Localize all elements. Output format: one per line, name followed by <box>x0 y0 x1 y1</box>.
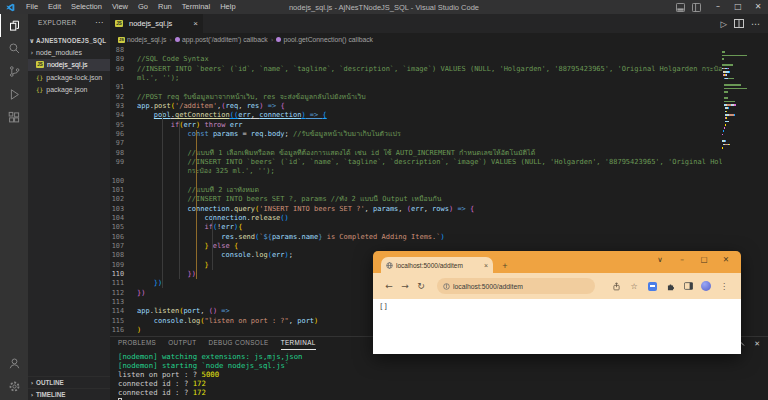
tab-close-icon[interactable]: × <box>193 19 198 28</box>
code-line[interactable]: 97 <box>110 139 722 148</box>
code-line[interactable]: 107 } else { <box>110 242 722 251</box>
window-minimize-button[interactable]: – <box>708 0 728 14</box>
accounts-icon[interactable] <box>0 352 28 375</box>
tree-item-label: node_modules <box>36 49 82 56</box>
profile-avatar[interactable] <box>697 281 715 291</box>
code-line[interactable]: 102 //INSERT INTO beers SET ?, params //… <box>110 195 722 204</box>
panel-tab-output[interactable]: OUTPUT <box>168 337 196 350</box>
back-button[interactable]: ← <box>381 281 397 291</box>
menu-terminal[interactable]: Terminal <box>177 0 215 14</box>
settings-gear-icon[interactable] <box>0 375 28 398</box>
source-control-icon[interactable] <box>0 60 28 83</box>
page-content: [] <box>373 299 741 354</box>
code-line[interactable]: 94 pool.getConnection((err, connection) … <box>110 111 722 120</box>
bookmark-star-icon[interactable]: ☆ <box>625 282 643 291</box>
chrome-close-button[interactable]: ✕ <box>715 255 737 264</box>
site-info-icon[interactable] <box>443 283 450 290</box>
explorer-header: EXPLORER <box>38 19 77 26</box>
menu-edit[interactable]: Edit <box>43 0 66 14</box>
code-line[interactable]: 93app.post('/additem',(req, res) => { <box>110 102 722 111</box>
code-line[interactable]: กระป๋อง 325 ml.', ''); <box>110 167 722 176</box>
address-bar[interactable]: localhost:5000/additem <box>437 278 595 294</box>
code-line[interactable]: 92//POST req รับข้อมูลมาจากหน้าเว็บ, res… <box>110 93 722 102</box>
chrome-menu-chevron-icon[interactable]: ∨ <box>649 255 671 264</box>
window-maximize-button[interactable]: □ <box>728 0 748 14</box>
chrome-tab-close-icon[interactable]: × <box>484 262 488 269</box>
toggle-panel-icon[interactable] <box>676 3 685 12</box>
code-line[interactable]: 95 if(err) throw err <box>110 121 722 130</box>
tree-root-folder[interactable]: ∨ AJNESTNODEJS_SQL <box>28 34 110 46</box>
new-tab-button[interactable]: + <box>499 261 511 271</box>
line-number: 107 <box>110 242 132 251</box>
split-editor-icon[interactable] <box>734 19 744 28</box>
line-number: 113 <box>110 298 132 307</box>
code-line[interactable]: 96 const params = req.body; //รับข้อมูลห… <box>110 130 722 139</box>
customize-layout-icon[interactable] <box>692 3 701 12</box>
tab-nodejs-sql-js[interactable]: JS nodejs_sql.js × <box>110 14 204 33</box>
timeline-label: TIMELINE <box>36 391 65 398</box>
menu-go[interactable]: Go <box>133 0 153 14</box>
menu-run[interactable]: Run <box>153 0 177 14</box>
explorer-icon[interactable] <box>0 14 28 37</box>
chrome-tab[interactable]: localhost:5000/additem × <box>381 257 493 273</box>
reload-button[interactable]: ↻ <box>413 281 429 291</box>
chevron-right-icon: › <box>28 379 36 386</box>
line-number: 101 <box>110 186 132 195</box>
panel-tab-terminal[interactable]: TERMINAL <box>281 337 316 350</box>
extensions-icon[interactable] <box>0 106 28 129</box>
tree-item-node_modules[interactable]: ›node_modules <box>28 46 110 58</box>
forward-button[interactable]: → <box>397 281 413 291</box>
terminal-line: connected id : ? 172 <box>118 388 768 397</box>
code-line[interactable]: 101 //แบบที่ 2 เอาทั้งหมด <box>110 186 722 195</box>
line-number: 92 <box>110 93 132 102</box>
tree-item-nodejs_sql.js[interactable]: JSnodejs_sql.js <box>28 59 110 71</box>
menu-selection[interactable]: Selection <box>66 0 107 14</box>
breadcrumb-item[interactable]: pool.getConnection() callback <box>276 36 373 43</box>
code-line[interactable]: 88 <box>110 46 722 55</box>
code-line[interactable]: 103 connection.query('INSERT INTO beers … <box>110 205 722 214</box>
run-file-icon[interactable]: ▷ <box>720 19 727 29</box>
minimap[interactable] <box>722 48 750 168</box>
tree-item-package.json[interactable]: {}package.json <box>28 84 110 96</box>
editor-more-actions-icon[interactable]: ⋯ <box>751 19 760 29</box>
code-line[interactable]: 106 res.send(`${params.name} is Complete… <box>110 233 722 242</box>
menu-file[interactable]: File <box>21 0 43 14</box>
panel-close-icon[interactable]: ✕ <box>754 340 760 348</box>
share-icon[interactable] <box>607 282 625 291</box>
explorer-more-actions-icon[interactable]: ⋯ <box>95 18 103 27</box>
search-icon[interactable] <box>0 37 28 60</box>
menu-help[interactable]: Help <box>215 0 240 14</box>
line-number: 112 <box>110 289 132 298</box>
menu-view[interactable]: View <box>107 0 133 14</box>
window-close-button[interactable]: ✕ <box>748 0 768 14</box>
code-line[interactable]: 100 <box>110 177 722 186</box>
panel-tab-debug-console[interactable]: DEBUG CONSOLE <box>209 337 269 350</box>
breadcrumb-item[interactable]: JSnodejs_sql.js <box>118 36 166 43</box>
code-line[interactable]: 105 if(!err){ <box>110 223 722 232</box>
terminal-output[interactable]: [nodemon] watching extensions: js,mjs,js… <box>110 350 768 400</box>
line-number: 114 <box>110 307 132 316</box>
line-number: 108 <box>110 251 132 260</box>
timeline-section[interactable]: › TIMELINE <box>28 388 110 400</box>
line-number: 97 <box>110 139 132 148</box>
extensions-puzzle-icon[interactable] <box>661 282 679 291</box>
code-line[interactable]: 104 connection.release() <box>110 214 722 223</box>
line-number: 104 <box>110 214 132 223</box>
code-line[interactable]: 91 <box>110 83 722 92</box>
run-and-debug-icon[interactable] <box>0 83 28 106</box>
chrome-maximize-button[interactable]: □ <box>693 255 715 264</box>
code-line[interactable]: 98 //แบบที่ 1 เลือกเพิ่มหรือลด ข้อมูลที่… <box>110 149 722 158</box>
indent-guide <box>212 214 213 270</box>
extension-blue-icon[interactable] <box>643 282 661 291</box>
side-panel-icon[interactable] <box>679 282 697 290</box>
outline-section[interactable]: › OUTLINE <box>28 376 110 388</box>
code-line[interactable]: 99 //INSERT INTO `beers` (`id`, `name`, … <box>110 158 722 167</box>
chrome-minimize-button[interactable]: – <box>671 255 693 264</box>
breadcrumb-item[interactable]: app.post('/additem') callback <box>175 36 268 43</box>
panel-tab-problems[interactable]: PROBLEMS <box>118 337 156 350</box>
code-line[interactable]: ml.', ''); <box>110 74 722 83</box>
chrome-menu-icon[interactable]: ⋮ <box>715 282 733 291</box>
tree-item-package-lock.json[interactable]: {}package-lock.json <box>28 71 110 83</box>
code-line[interactable]: 89//SQL Code Syntax <box>110 55 722 64</box>
code-line[interactable]: 90//INSERT INTO `beers` (`id`, `name`, `… <box>110 65 722 74</box>
